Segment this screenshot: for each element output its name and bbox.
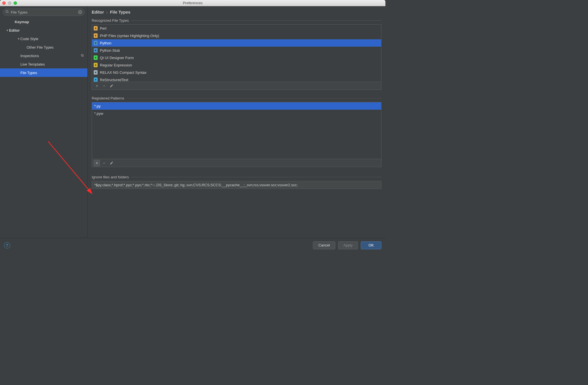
sidebar-item-label: Editor [9,28,20,33]
recognized-file-types-list[interactable]: ●Perl●PHP Files (syntax Highlighting Onl… [92,24,381,90]
filetype-row[interactable]: ●ReStructuredText [92,76,381,82]
window-title: Preferences [0,1,385,5]
file-icon: ● [94,33,98,38]
sidebar-item-editor[interactable]: ▼Editor [0,26,87,34]
sidebar-item-label: File Types [20,71,37,75]
filetype-row[interactable]: ●Qt UI Designer Form [92,54,381,61]
sidebar-item-live-templates[interactable]: Live Templates [0,60,87,68]
search-icon [5,10,9,14]
sidebar-item-label: Live Templates [20,62,45,66]
pattern-row[interactable]: *.py [92,102,381,110]
filetype-row[interactable]: ●RELAX NG Compact Syntax [92,69,381,76]
ignore-files-input[interactable] [92,181,381,189]
svg-point-0 [6,10,8,13]
edit-filetype-button[interactable] [108,83,115,89]
filetype-row[interactable]: ●Perl [92,25,381,32]
edit-pattern-button[interactable] [108,160,115,166]
remove-filetype-button[interactable]: − [101,83,107,89]
filetype-label: PHP Files (syntax Highlighting Only) [100,34,159,38]
remove-pattern-button[interactable]: − [101,160,107,166]
sidebar: ✕ Keymap▼Editor▼Code StyleOther File Typ… [0,6,88,238]
registered-patterns-list[interactable]: *.py*.pyw ＋ − [92,102,381,167]
titlebar: Preferences [0,0,385,6]
recognized-file-types-label: Recognized File Types [92,18,381,23]
sidebar-item-label: Other File Types [27,45,53,49]
sidebar-item-file-types[interactable]: File Types [0,68,87,77]
filetype-label: RELAX NG Compact Syntax [100,70,147,75]
pattern-label: *.py [94,104,100,108]
breadcrumb: Editor › File Types [92,10,381,14]
preferences-window: Preferences ✕ Keymap▼Editor▼Code StyleOt… [0,0,385,252]
sidebar-item-label: Inspections [20,54,39,58]
filetype-label: Perl [100,26,106,31]
pattern-label: *.pyw [94,111,103,116]
patterns-toolbar: ＋ − [92,159,381,167]
ok-button[interactable]: OK [361,241,381,249]
file-icon: ● [94,77,98,82]
file-icon: ● [94,70,98,75]
breadcrumb-root: Editor [92,10,104,14]
search-field[interactable] [11,10,76,14]
ignore-files-label: Ignore files and folders [92,175,381,179]
cancel-button[interactable]: Cancel [313,241,335,249]
sidebar-item-label: Code Style [20,37,38,41]
sidebar-item-label: Keymap [15,20,29,24]
chevron-down-icon: ▼ [6,29,9,32]
file-icon: ● [94,48,98,53]
file-icon: ● [94,41,98,45]
filetype-label: ReStructuredText [100,78,128,82]
filetype-label: Qt UI Designer Form [100,56,134,60]
svg-rect-2 [82,55,83,57]
sidebar-item-keymap[interactable]: Keymap [0,18,87,26]
help-button[interactable]: ? [4,242,10,248]
file-icon: ● [94,26,98,31]
filetype-row[interactable]: ●Regular Expression [92,61,381,69]
chevron-right-icon: › [105,10,109,14]
filetypes-toolbar: ＋ − [92,82,381,90]
main-panel: Editor › File Types Recognized File Type… [88,6,385,238]
clear-search-icon[interactable]: ✕ [78,10,82,14]
apply-button[interactable]: Apply [338,241,358,249]
sidebar-item-inspections[interactable]: Inspections [0,51,87,60]
sidebar-item-code-style[interactable]: ▼Code Style [0,34,87,43]
copy-icon [81,54,84,58]
add-filetype-button[interactable]: ＋ [94,83,100,89]
settings-tree: Keymap▼Editor▼Code StyleOther File Types… [0,18,87,238]
add-pattern-button[interactable]: ＋ [94,160,100,166]
chevron-down-icon: ▼ [17,37,20,40]
filetype-row[interactable]: ●PHP Files (syntax Highlighting Only) [92,32,381,39]
svg-line-1 [8,12,8,13]
filetype-row[interactable]: ●Python Stub [92,47,381,54]
breadcrumb-leaf: File Types [110,10,130,14]
file-icon: ● [94,63,98,67]
search-input[interactable]: ✕ [3,8,85,16]
pattern-row[interactable]: *.pyw [92,110,381,117]
filetype-row[interactable]: ●Python [92,39,381,47]
registered-patterns-label: Registered Patterns [92,96,381,100]
file-icon: ● [94,55,98,60]
dialog-footer: ? Cancel Apply OK [0,238,385,252]
sidebar-item-other-file-types[interactable]: Other File Types [0,43,87,51]
filetype-label: Regular Expression [100,63,132,67]
filetype-label: Python [100,41,111,45]
svg-rect-3 [81,54,83,56]
filetype-label: Python Stub [100,48,120,53]
